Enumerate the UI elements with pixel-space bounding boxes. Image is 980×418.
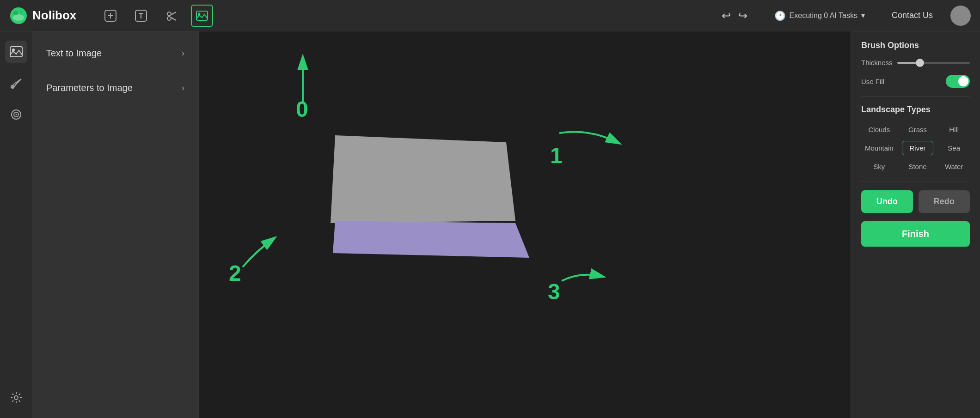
svg-text:1: 1 bbox=[550, 143, 563, 168]
logo-area: Nolibox bbox=[9, 6, 76, 25]
undo-redo-row: Undo Redo bbox=[861, 190, 970, 213]
landscape-hill[interactable]: Hill bbox=[938, 123, 970, 136]
undo-header-button[interactable]: ↩ bbox=[722, 9, 731, 22]
brush-options-title: Brush Options bbox=[861, 41, 970, 50]
svg-point-10 bbox=[167, 17, 171, 20]
svg-point-21 bbox=[14, 396, 18, 400]
image-button[interactable] bbox=[191, 5, 213, 27]
svg-text:T: T bbox=[139, 12, 143, 20]
sidebar-item-text-to-image[interactable]: Text to Image › bbox=[32, 36, 198, 71]
svg-point-9 bbox=[167, 12, 171, 16]
canvas-area[interactable]: 0 1 2 3 bbox=[199, 31, 851, 418]
svg-point-20 bbox=[15, 114, 17, 115]
divider-1 bbox=[861, 96, 970, 97]
sidebar-item-parameters-to-image[interactable]: Parameters to Image › bbox=[32, 71, 198, 105]
landscape-mountain[interactable]: Mountain bbox=[861, 141, 897, 155]
left-icon-bar bbox=[0, 31, 32, 418]
landscape-grid: Clouds Grass Hill Mountain River Sea Sky… bbox=[861, 123, 970, 173]
landscape-stone[interactable]: Stone bbox=[902, 160, 934, 173]
svg-marker-22 bbox=[331, 135, 515, 223]
settings-button[interactable] bbox=[5, 387, 27, 409]
target-tool-button[interactable] bbox=[5, 103, 27, 126]
annotation-3: 3 bbox=[548, 275, 601, 304]
add-button[interactable] bbox=[99, 5, 122, 27]
svg-text:0: 0 bbox=[296, 97, 308, 121]
annotation-0: 0 bbox=[296, 59, 308, 121]
header: Nolibox T bbox=[0, 0, 980, 31]
landscape-sea[interactable]: Sea bbox=[938, 141, 970, 155]
brush-tool-button[interactable] bbox=[5, 72, 27, 94]
toolbar: T ↩ ↪ 🕐 Executing 0 AI Tasks bbox=[99, 5, 971, 27]
contact-us-link[interactable]: Contact Us bbox=[892, 11, 933, 20]
svg-point-3 bbox=[20, 11, 23, 13]
tasks-label: Executing 0 AI Tasks bbox=[790, 12, 858, 20]
annotation-2: 2 bbox=[229, 239, 273, 285]
thickness-slider[interactable] bbox=[897, 62, 970, 64]
undo-redo-area: ↩ ↪ bbox=[722, 9, 747, 22]
svg-line-11 bbox=[171, 12, 176, 15]
canvas-svg: 0 1 2 3 bbox=[199, 31, 851, 418]
logo-text: Nolibox bbox=[32, 8, 76, 23]
parameters-to-image-label: Parameters to Image bbox=[46, 83, 133, 93]
annotation-1: 1 bbox=[550, 132, 617, 168]
main-body: Text to Image › Parameters to Image › 0 … bbox=[0, 31, 980, 418]
text-button[interactable]: T bbox=[130, 5, 152, 27]
svg-line-12 bbox=[171, 18, 176, 20]
landscape-clouds[interactable]: Clouds bbox=[861, 123, 897, 136]
svg-text:3: 3 bbox=[548, 279, 560, 304]
tasks-area: 🕐 Executing 0 AI Tasks ▾ bbox=[774, 10, 865, 21]
thickness-label: Thickness bbox=[861, 59, 893, 67]
thickness-row: Thickness bbox=[861, 59, 970, 67]
logo-icon bbox=[9, 6, 28, 25]
chevron-right-icon-0: › bbox=[182, 48, 184, 58]
use-fill-row: Use Fill bbox=[861, 75, 970, 88]
svg-text:2: 2 bbox=[229, 261, 241, 285]
clock-icon: 🕐 bbox=[774, 10, 786, 21]
landscape-sky[interactable]: Sky bbox=[861, 160, 897, 173]
svg-point-1 bbox=[13, 14, 24, 21]
image-tool-button[interactable] bbox=[5, 41, 27, 63]
sidebar-menu: Text to Image › Parameters to Image › bbox=[32, 31, 199, 418]
svg-point-2 bbox=[13, 11, 18, 15]
redo-button[interactable]: Redo bbox=[919, 190, 970, 213]
landscape-grass[interactable]: Grass bbox=[902, 123, 934, 136]
landscape-river[interactable]: River bbox=[902, 141, 934, 155]
landscape-water[interactable]: Water bbox=[938, 160, 970, 173]
chevron-right-icon-1: › bbox=[182, 83, 184, 93]
finish-button[interactable]: Finish bbox=[861, 221, 970, 247]
tasks-dropdown-icon[interactable]: ▾ bbox=[861, 11, 865, 20]
user-avatar[interactable] bbox=[950, 6, 971, 26]
right-panel: Brush Options Thickness Use Fill Landsca… bbox=[851, 31, 980, 418]
text-to-image-label: Text to Image bbox=[46, 48, 102, 59]
svg-marker-23 bbox=[333, 221, 529, 258]
redo-header-button[interactable]: ↪ bbox=[738, 9, 747, 22]
use-fill-toggle[interactable] bbox=[946, 75, 970, 88]
svg-point-14 bbox=[198, 12, 201, 15]
divider-2 bbox=[861, 182, 970, 182]
landscape-types-title: Landscape Types bbox=[861, 105, 970, 115]
svg-point-16 bbox=[12, 48, 15, 51]
undo-button[interactable]: Undo bbox=[861, 190, 913, 213]
scissors-button[interactable] bbox=[160, 5, 183, 27]
use-fill-label: Use Fill bbox=[861, 78, 884, 85]
